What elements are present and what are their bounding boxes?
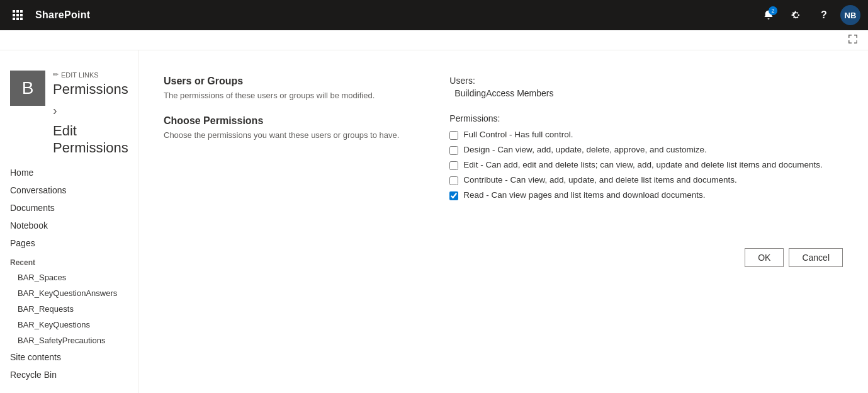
sidebar-nav: Home Conversations Documents Notebook Pa… bbox=[0, 164, 138, 384]
perm-item-full-control: Full Control - Has full control. bbox=[449, 130, 843, 140]
form-section: Users or Groups The permissions of these… bbox=[164, 76, 843, 267]
perm-label-full-control: Full Control - Has full control. bbox=[463, 130, 573, 139]
perm-label-contribute: Contribute - Can view, add, update, and … bbox=[463, 175, 737, 185]
sidebar-item-conversations[interactable]: Conversations bbox=[0, 181, 138, 199]
svg-rect-6 bbox=[13, 18, 15, 20]
edit-links-label: EDIT LINKS bbox=[61, 71, 99, 79]
sidebar-item-home[interactable]: Home bbox=[0, 164, 138, 181]
sidebar-item-bar-spaces[interactable]: BAR_Spaces bbox=[0, 270, 138, 285]
perm-item-read: Read - Can view pages and list items and… bbox=[449, 190, 843, 200]
users-value: BuildingAccess Members bbox=[449, 88, 843, 98]
choose-perms-title: Choose Permissions bbox=[164, 115, 399, 127]
sidebar-item-bar-requests[interactable]: BAR_Requests bbox=[0, 301, 138, 317]
topbar: SharePoint 2 ? NB bbox=[0, 0, 868, 30]
perm-checkbox-contribute[interactable] bbox=[449, 176, 458, 185]
perm-checkbox-design[interactable] bbox=[449, 146, 458, 155]
expand-icon[interactable] bbox=[848, 34, 858, 47]
users-groups-desc: The permissions of these users or groups… bbox=[164, 91, 399, 100]
ok-button[interactable]: OK bbox=[745, 248, 784, 267]
svg-rect-3 bbox=[13, 14, 15, 16]
breadcrumb-separator: › bbox=[53, 103, 57, 118]
breadcrumb-parent[interactable]: Permissions bbox=[53, 81, 128, 98]
footer-buttons: OK Cancel bbox=[449, 238, 843, 267]
waffle-menu-button[interactable] bbox=[8, 5, 28, 25]
breadcrumb: Permissions › Edit Permissions bbox=[53, 81, 128, 156]
settings-button[interactable] bbox=[785, 4, 808, 26]
permissions-label: Permissions: bbox=[449, 113, 843, 123]
form-right: Users: BuildingAccess Members Permission… bbox=[449, 76, 843, 267]
edit-links-button[interactable]: ✏ EDIT LINKS bbox=[53, 71, 128, 79]
perm-item-edit: Edit - Can add, edit and delete lists; c… bbox=[449, 160, 843, 170]
svg-rect-5 bbox=[20, 14, 23, 16]
topbar-actions: 2 ? NB bbox=[757, 4, 860, 26]
pencil-icon: ✏ bbox=[53, 71, 59, 79]
site-icon: B bbox=[10, 71, 45, 106]
help-button[interactable]: ? bbox=[813, 4, 835, 26]
breadcrumb-current: Edit Permissions bbox=[53, 123, 128, 156]
perm-item-design: Design - Can view, add, update, delete, … bbox=[449, 145, 843, 155]
perm-item-contribute: Contribute - Can view, add, update, and … bbox=[449, 175, 843, 185]
secondary-bar bbox=[0, 30, 868, 50]
site-header-area: B ✏ EDIT LINKS Permissions › Edit Permis… bbox=[0, 60, 138, 164]
notification-button[interactable]: 2 bbox=[757, 4, 780, 26]
choose-perms-desc: Choose the permissions you want these us… bbox=[164, 130, 399, 140]
sidebar-item-site-contents[interactable]: Site contents bbox=[0, 348, 138, 366]
user-avatar[interactable]: NB bbox=[840, 5, 860, 25]
users-groups-title: Users or Groups bbox=[164, 76, 399, 87]
main-layout: B ✏ EDIT LINKS Permissions › Edit Permis… bbox=[0, 50, 868, 393]
svg-rect-8 bbox=[20, 18, 23, 20]
svg-rect-4 bbox=[16, 14, 19, 16]
perm-label-design: Design - Can view, add, update, delete, … bbox=[463, 145, 706, 154]
perm-checkbox-read[interactable] bbox=[449, 191, 458, 200]
svg-rect-0 bbox=[13, 10, 15, 13]
svg-rect-2 bbox=[20, 10, 23, 13]
perm-checkbox-full-control[interactable] bbox=[449, 131, 458, 140]
perm-checkbox-edit[interactable] bbox=[449, 161, 458, 170]
sidebar-item-bar-safetyprecautions[interactable]: BAR_SafetyPrecautions bbox=[0, 333, 138, 348]
sidebar-item-recycle-bin[interactable]: Recycle Bin bbox=[0, 366, 138, 384]
sidebar-item-notebook[interactable]: Notebook bbox=[0, 217, 138, 234]
recent-section-label: Recent bbox=[0, 252, 138, 270]
sidebar: B ✏ EDIT LINKS Permissions › Edit Permis… bbox=[0, 50, 138, 393]
users-label: Users: bbox=[449, 76, 843, 86]
content-area: Users or Groups The permissions of these… bbox=[138, 50, 868, 393]
app-logo: SharePoint bbox=[35, 9, 90, 21]
cancel-button[interactable]: Cancel bbox=[789, 248, 843, 267]
sidebar-item-bar-keyquestionanswers[interactable]: BAR_KeyQuestionAnswers bbox=[0, 285, 138, 301]
svg-rect-7 bbox=[16, 18, 19, 20]
perm-label-read: Read - Can view pages and list items and… bbox=[463, 190, 705, 200]
svg-rect-1 bbox=[16, 10, 19, 13]
form-left: Users or Groups The permissions of these… bbox=[164, 76, 399, 267]
sidebar-item-pages[interactable]: Pages bbox=[0, 234, 138, 252]
sidebar-item-bar-keyquestions[interactable]: BAR_KeyQuestions bbox=[0, 317, 138, 333]
notification-badge: 2 bbox=[769, 6, 777, 15]
sidebar-item-documents[interactable]: Documents bbox=[0, 199, 138, 217]
perm-label-edit: Edit - Can add, edit and delete lists; c… bbox=[463, 160, 822, 169]
